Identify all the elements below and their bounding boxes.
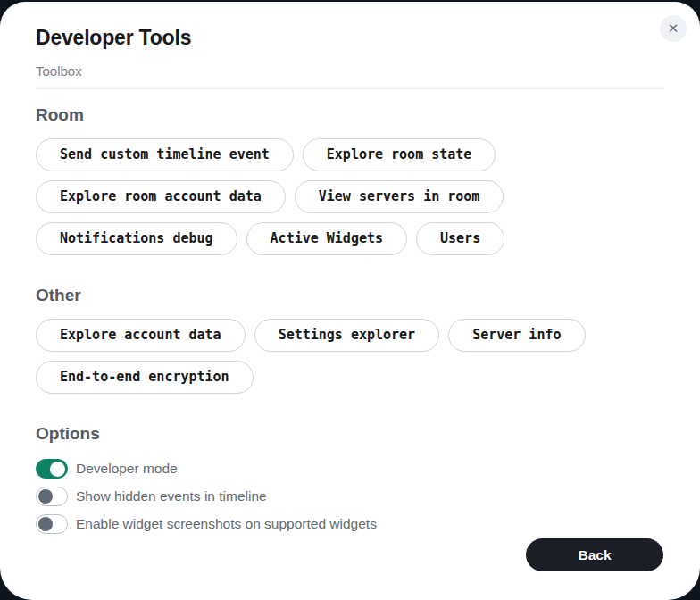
- notifications-debug-button[interactable]: Notifications debug: [36, 222, 238, 255]
- toggle-row-developer-mode: Developer mode: [36, 459, 664, 479]
- explore-room-account-data-button[interactable]: Explore room account data: [36, 180, 286, 213]
- dialog-title: Developer Tools: [36, 25, 664, 50]
- toggle-knob: [50, 462, 65, 477]
- dialog-content: Room Send custom timeline event Explore …: [0, 89, 700, 534]
- section-heading-other: Other: [36, 285, 664, 306]
- developer-tools-dialog: ✕ Developer Tools Toolbox Room Send cust…: [0, 2, 700, 600]
- toggle-label: Enable widget screenshots on supported w…: [76, 516, 377, 532]
- toggle-knob: [38, 489, 53, 504]
- toggle-row-show-hidden-events: Show hidden events in timeline: [36, 487, 664, 506]
- dialog-subtitle: Toolbox: [36, 63, 664, 79]
- toggle-label: Show hidden events in timeline: [76, 488, 267, 504]
- other-buttons: Explore account data Settings explorer S…: [36, 319, 664, 394]
- section-heading-room: Room: [36, 104, 664, 126]
- toggle-label: Developer mode: [76, 461, 178, 477]
- toggle-knob: [38, 517, 53, 531]
- developer-mode-toggle[interactable]: [36, 459, 68, 479]
- widget-screenshots-toggle[interactable]: [36, 514, 68, 534]
- settings-explorer-button[interactable]: Settings explorer: [254, 319, 440, 352]
- view-servers-in-room-button[interactable]: View servers in room: [295, 180, 504, 213]
- header-divider: [36, 88, 664, 89]
- dialog-footer: Back: [0, 534, 700, 600]
- show-hidden-events-toggle[interactable]: [36, 487, 68, 506]
- explore-account-data-button[interactable]: Explore account data: [36, 319, 246, 352]
- users-button[interactable]: Users: [416, 222, 504, 255]
- toggle-row-widget-screenshots: Enable widget screenshots on supported w…: [36, 514, 664, 534]
- options-toggle-list: Developer mode Show hidden events in tim…: [36, 459, 664, 534]
- server-info-button[interactable]: Server info: [448, 319, 585, 352]
- active-widgets-button[interactable]: Active Widgets: [246, 222, 407, 255]
- explore-room-state-button[interactable]: Explore room state: [303, 138, 496, 171]
- send-custom-timeline-event-button[interactable]: Send custom timeline event: [36, 138, 294, 171]
- end-to-end-encryption-button[interactable]: End-to-end encryption: [36, 361, 254, 394]
- room-buttons: Send custom timeline event Explore room …: [36, 138, 664, 255]
- back-button[interactable]: Back: [526, 538, 663, 571]
- close-icon[interactable]: ✕: [660, 15, 687, 42]
- section-heading-options: Options: [36, 423, 664, 445]
- dialog-header: ✕ Developer Tools Toolbox: [0, 2, 700, 89]
